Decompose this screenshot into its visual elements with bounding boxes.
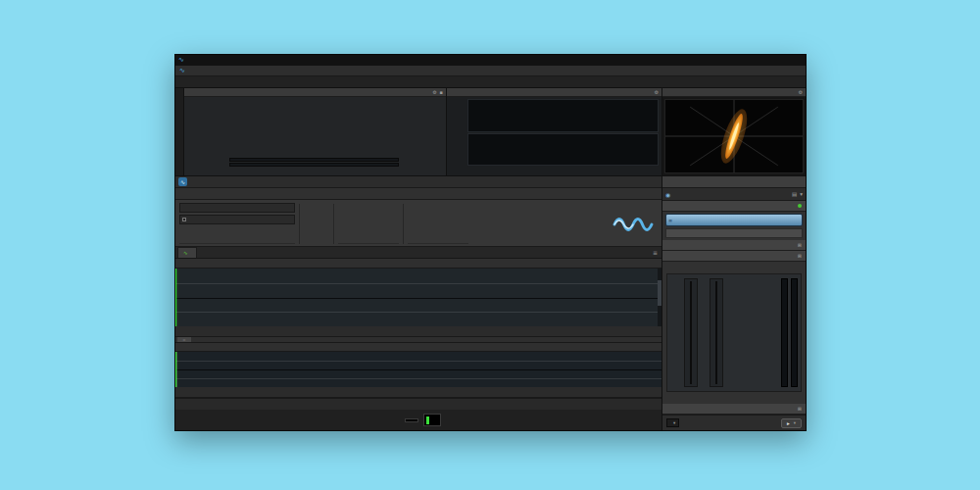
marker-name-field[interactable] <box>179 203 295 213</box>
markers-group-label <box>179 243 295 245</box>
fader-area <box>666 273 802 392</box>
effects-section-header[interactable] <box>662 201 806 212</box>
add-plugin-button[interactable] <box>665 228 803 238</box>
master-meter-2 <box>791 278 798 387</box>
render-button[interactable]: ▸▾ <box>781 418 802 428</box>
marker-nav-buttons <box>304 203 329 245</box>
pan-track-top <box>229 158 399 162</box>
effects-active-led <box>798 204 802 208</box>
wave-view-tabs <box>175 326 662 337</box>
checkbox-icon[interactable] <box>182 218 186 221</box>
playback-cursor-overview[interactable] <box>175 352 176 387</box>
gear-icon[interactable]: ⚙ <box>655 89 659 95</box>
fader-track-1[interactable] <box>684 278 698 387</box>
ribbon-group-markers <box>179 203 295 245</box>
dock-group-left <box>175 76 447 87</box>
wavelab-logo <box>612 203 658 245</box>
master-bottom-row: ▾ ▸▾ <box>662 415 806 430</box>
master-level-section-header[interactable]: ⊞ <box>662 251 806 262</box>
wave-tab-icons <box>659 326 662 336</box>
samplerate-selector[interactable]: ▾ <box>666 418 679 427</box>
expand-icon[interactable]: ⊞ <box>798 406 802 412</box>
menu-bar: ∿ <box>175 66 806 76</box>
pin-icon[interactable]: ▪ <box>440 89 443 95</box>
time-display <box>405 418 418 422</box>
transport-bar <box>175 410 662 430</box>
status-bar <box>175 398 662 410</box>
dithering-section-header[interactable]: ⊞ <box>662 404 806 415</box>
audio-editor: ∿ <box>175 176 662 430</box>
level-meter-panel: ⚙ ▪ <box>184 88 447 175</box>
spectrometer-body <box>447 97 662 175</box>
pan-section <box>188 150 442 173</box>
waveform-main-view[interactable] <box>175 269 662 326</box>
expand-icon[interactable]: ⊞ <box>798 253 802 259</box>
audio-file-group-label <box>338 243 399 245</box>
tab-list-icon[interactable]: ≡ <box>649 247 662 258</box>
frequency-scale <box>467 167 659 173</box>
overview-tab-icons <box>659 387 662 397</box>
spectrum-plot-top <box>467 99 659 132</box>
menu-logo-icon: ∿ <box>179 68 185 74</box>
resampling-section-header[interactable]: ⊞ <box>662 240 806 251</box>
chevron-down-icon: ▾ <box>794 420 796 425</box>
fader-scale <box>670 278 681 387</box>
audio-file-icon: ∿ <box>183 250 188 256</box>
plugin-slot-compressor[interactable]: ≡ <box>665 214 803 226</box>
dock-group-mid <box>447 76 662 87</box>
pan-meter <box>221 157 407 168</box>
edge-tab-levelmeter[interactable] <box>175 88 184 175</box>
master-section-header <box>662 176 806 188</box>
spectrometer-header: ⚙ <box>447 88 662 97</box>
overview-view-tabs <box>175 387 662 398</box>
dock-tab-bar <box>175 76 806 88</box>
spectrometer-panel: ⚙ <box>447 88 662 175</box>
gear-icon[interactable]: ⚙ <box>432 89 436 95</box>
level-meter-body <box>184 97 446 175</box>
ribbon-tabs <box>175 188 662 200</box>
document-tab-bar: ∿ ≡ <box>175 247 662 259</box>
db-scale-top <box>450 99 466 132</box>
wave-scroll-thumb[interactable] <box>658 280 662 307</box>
main-row: ∿ <box>175 176 806 430</box>
signal-group-label <box>408 243 468 245</box>
expand-icon[interactable]: ⊞ <box>798 242 802 248</box>
preset-row: ◉ ▤▾ <box>662 188 806 201</box>
document-tab[interactable]: ∿ <box>177 247 197 258</box>
splitter-handle-icon[interactable]: ≍ <box>177 337 191 342</box>
ribbon-group-signal <box>408 203 468 245</box>
gear-icon[interactable]: ⚙ <box>799 89 803 95</box>
folder-icon[interactable]: ▤ <box>792 191 797 197</box>
spectrum-plot-bottom <box>467 133 659 167</box>
power-icon[interactable]: ◉ <box>665 191 670 198</box>
play-icon: ▸ <box>787 420 790 426</box>
phasescope-panel: ⚙ <box>662 88 806 175</box>
level-meter-header: ⚙ ▪ <box>184 88 446 97</box>
timeline-ruler-main[interactable] <box>175 259 662 269</box>
app-icon: ∿ <box>178 57 184 64</box>
chevron-down-icon: ▾ <box>673 420 675 425</box>
wavelab-window: ∿ ∿ ⚙ ▪ <box>174 54 807 431</box>
db-scale-bottom <box>450 133 466 167</box>
audio-editor-icon: ∿ <box>178 177 187 186</box>
dock-group-right <box>662 76 806 87</box>
pan-track-bottom <box>229 163 399 167</box>
timeline-ruler-overview[interactable] <box>175 343 662 352</box>
grip-icon: ≡ <box>668 218 672 223</box>
ribbon-group-audio-file <box>338 203 399 245</box>
phasescope-display <box>664 99 804 173</box>
transport-level-meter <box>423 414 441 426</box>
audio-editor-header: ∿ <box>175 176 662 188</box>
fader-link-row <box>662 392 806 404</box>
fader-track-2[interactable] <box>710 278 723 387</box>
master-gain-values <box>662 262 806 273</box>
meter-panels: ⚙ ▪ <box>175 88 806 176</box>
chevron-down-icon[interactable]: ▾ <box>800 191 803 197</box>
master-section: ◉ ▤▾ ≡ ⊞ ⊞ <box>662 176 806 430</box>
playback-cursor-main[interactable] <box>175 269 176 326</box>
title-bar[interactable]: ∿ <box>175 55 806 66</box>
end-marker-option[interactable] <box>179 215 295 224</box>
waveform-overview[interactable] <box>175 352 662 387</box>
wave-scrollbar[interactable] <box>658 269 662 326</box>
ribbon <box>175 200 662 247</box>
